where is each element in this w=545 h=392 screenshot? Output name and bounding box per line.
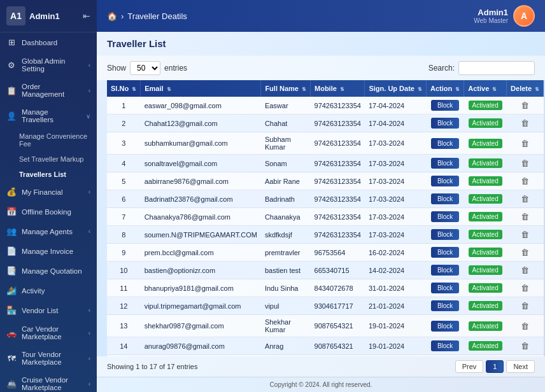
cell-name: vipul	[261, 297, 311, 315]
block-button[interactable]: Block	[431, 100, 459, 111]
sidebar-item-tour-vendor[interactable]: 🗺 Tour Vendor Marketplace ‹	[0, 346, 97, 371]
home-icon[interactable]: 🏠	[107, 11, 117, 21]
cell-delete: 🗑	[507, 262, 544, 279]
sidebar-item-label: Dashboard	[22, 39, 57, 46]
chevron-right-icon: ‹	[88, 330, 90, 337]
cell-date: 17-03-2024	[365, 190, 427, 208]
cell-mobile: 665340715	[311, 262, 365, 279]
cell-sl: 3	[107, 132, 141, 155]
delete-button[interactable]: 🗑	[521, 321, 529, 331]
topbar-right: Admin1 Web Master A	[474, 5, 535, 27]
cell-email: prem.bccl@gmail.com	[141, 244, 261, 262]
sidebar-item-label: Manage Agents	[22, 228, 73, 235]
block-button[interactable]: Block	[431, 265, 459, 276]
avatar[interactable]: A	[513, 5, 535, 27]
block-button[interactable]: Block	[431, 138, 459, 149]
sidebar-item-label: Vendor List	[22, 307, 59, 314]
next-button[interactable]: Next	[506, 360, 535, 373]
active-badge: Activated	[469, 212, 502, 221]
delete-button[interactable]: 🗑	[521, 341, 529, 351]
page-title-bar: Traveller List	[97, 32, 545, 56]
cell-active: Activated	[464, 172, 507, 190]
entries-select[interactable]: 50 25 10	[130, 61, 160, 75]
block-button[interactable]: Block	[431, 321, 459, 332]
sidebar-item-vendor-list[interactable]: 🏪 Vendor List ‹	[0, 300, 97, 320]
block-button[interactable]: Block	[431, 229, 459, 240]
cell-name: bastien test	[261, 262, 311, 279]
delete-button[interactable]: 🗑	[521, 248, 529, 257]
chevron-right-icon: ‹	[88, 307, 90, 314]
cell-delete: 🗑	[507, 244, 544, 262]
cell-name: Shekhar Kumar	[261, 315, 311, 337]
sidebar-item-manage-agents[interactable]: 👥 Manage Agents ‹	[0, 221, 97, 241]
delete-button[interactable]: 🗑	[521, 283, 529, 293]
sidebar-item-car-vendor[interactable]: 🚗 Car Vendor Marketplace ‹	[0, 320, 97, 346]
table-row: 9 prem.bccl@gmail.com premtravler 967535…	[107, 244, 544, 262]
active-badge: Activated	[469, 118, 502, 128]
prev-button[interactable]: Prev	[455, 360, 484, 373]
quotation-icon: 📑	[6, 266, 17, 276]
block-button[interactable]: Block	[431, 193, 459, 204]
delete-button[interactable]: 🗑	[521, 139, 529, 148]
sidebar-item-manage-travellers[interactable]: 👤 Manage Travellers ∨	[0, 103, 97, 129]
active-badge: Activated	[469, 301, 502, 311]
chevron-down-icon: ∨	[86, 113, 90, 120]
sidebar-sub-item-manage-convenience[interactable]: Manage Convenience Fee	[0, 129, 97, 151]
col-active: Active ⇅	[464, 80, 507, 97]
cell-delete: 🗑	[507, 226, 544, 244]
block-button[interactable]: Block	[431, 118, 459, 129]
cell-sl: 1	[107, 97, 141, 115]
sidebar-sub-item-travellers-list[interactable]: Travellers List	[0, 167, 97, 182]
cell-date: 17-03-2024	[365, 208, 427, 226]
sidebar-item-cruise-vendor[interactable]: 🚢 Cruise Vendor Marketplace ‹	[0, 371, 97, 392]
sidebar-item-manage-quotation[interactable]: 📑 Manage Quotation	[0, 261, 97, 281]
delete-button[interactable]: 🗑	[521, 265, 529, 275]
pagination-bar: Showing 1 to 17 of 17 entries Prev 1 Nex…	[97, 356, 545, 377]
sidebar-sub-item-set-traveller-markup[interactable]: Set Traveller Markup	[0, 151, 97, 167]
delete-button[interactable]: 🗑	[521, 301, 529, 311]
cell-active: Activated	[464, 208, 507, 226]
col-delete: Delete ⇅	[507, 80, 544, 97]
sidebar-item-label: Cruise Vendor Marketplace	[22, 376, 83, 391]
delete-button[interactable]: 🗑	[521, 158, 529, 168]
block-button[interactable]: Block	[431, 340, 459, 351]
sidebar-item-dashboard[interactable]: ⊞ Dashboard	[0, 32, 97, 52]
cruise-icon: 🚢	[6, 379, 17, 389]
page-1-button[interactable]: 1	[486, 360, 504, 373]
cell-sl: 8	[107, 226, 141, 244]
cell-delete: 🗑	[507, 279, 544, 297]
cell-date: 16-02-2024	[365, 244, 427, 262]
sidebar-item-order-management[interactable]: 📋 Order Management ‹	[0, 78, 97, 103]
col-action: Action ⇅	[427, 80, 464, 97]
sidebar-item-offline-booking[interactable]: 📅 Offline Booking	[0, 202, 97, 221]
block-button[interactable]: Block	[431, 211, 459, 222]
sidebar-item-manage-invoice[interactable]: 📄 Manage Invoice	[0, 241, 97, 261]
cell-action: Block	[427, 155, 464, 172]
search-input[interactable]	[458, 61, 535, 75]
block-button[interactable]: Block	[431, 158, 459, 169]
cell-date: 17-03-2024	[365, 172, 427, 190]
sidebar-item-my-financial[interactable]: 💰 My Financial ‹	[0, 182, 97, 202]
cell-date: 17-04-2024	[365, 115, 427, 132]
sidebar-item-global-admin[interactable]: ⚙ Global Admin Setting ‹	[0, 52, 97, 78]
cell-action: Block	[427, 97, 464, 115]
cell-delete: 🗑	[507, 97, 544, 115]
delete-button[interactable]: 🗑	[521, 101, 529, 110]
cell-sl: 6	[107, 190, 141, 208]
delete-button[interactable]: 🗑	[521, 194, 529, 204]
block-button[interactable]: Block	[431, 300, 459, 311]
cell-date: 19-01-2024	[365, 315, 427, 337]
cell-active: Activated	[464, 190, 507, 208]
block-button[interactable]: Block	[431, 283, 459, 293]
delete-button[interactable]: 🗑	[521, 118, 529, 128]
sidebar-item-label: Manage Quotation	[22, 267, 82, 275]
table-row: 14 anurag09876@gmail.com Anrag 908765432…	[107, 337, 544, 355]
sidebar-collapse-button[interactable]: ⇤	[83, 11, 90, 21]
delete-button[interactable]: 🗑	[521, 212, 529, 221]
block-button[interactable]: Block	[431, 247, 459, 258]
sidebar-item-activity[interactable]: 🏄 Activity	[0, 281, 97, 300]
delete-button[interactable]: 🗑	[521, 176, 529, 186]
delete-button[interactable]: 🗑	[521, 230, 529, 239]
block-button[interactable]: Block	[431, 176, 459, 186]
table-row: 11 bhanupriya9181@gmail.com Indu Sinha 8…	[107, 279, 544, 297]
